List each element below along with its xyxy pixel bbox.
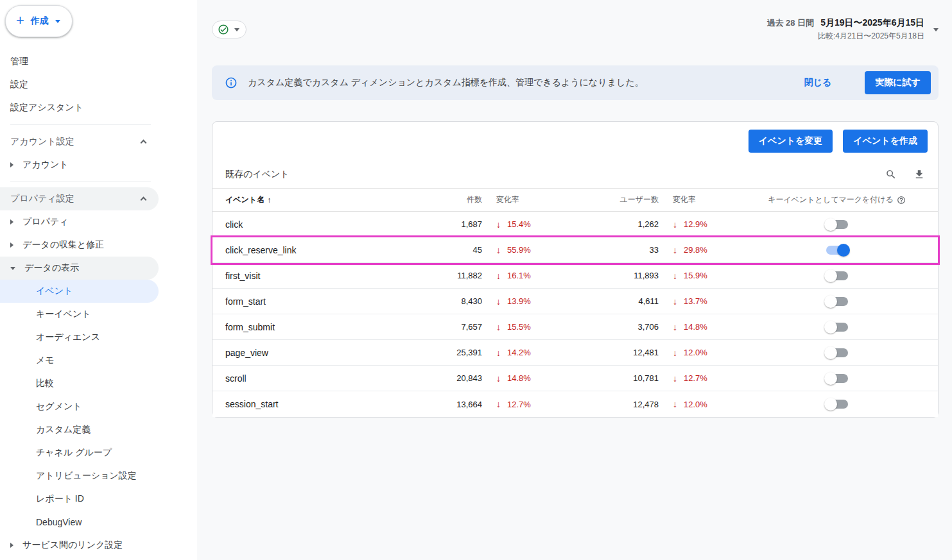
download-icon xyxy=(913,169,925,180)
sidebar-item-key-events[interactable]: キーイベント xyxy=(0,303,159,326)
event-count: 8,430 xyxy=(405,296,482,306)
event-users: 10,781 xyxy=(559,373,659,383)
decrease-arrow-icon: ↓ xyxy=(673,296,677,307)
decrease-arrow-icon: ↓ xyxy=(673,219,677,230)
table-header-row: イベント名 ↑ 件数 変化率 ユーザー数 変化率 キーイベントとしてマークを付け… xyxy=(212,189,938,212)
users-change-value: 29.8% xyxy=(684,245,707,255)
key-event-toggle[interactable] xyxy=(826,323,848,332)
key-event-toggle[interactable] xyxy=(826,220,848,229)
banner-message: カスタム定義でカスタム ディメンションとカスタム指標を作成、管理できるようになり… xyxy=(248,77,794,89)
sidebar-item-events[interactable]: イベント xyxy=(0,280,159,303)
table-row: scroll 20,843 ↓ 14.8% 10,781 ↓ 12.7% xyxy=(212,366,938,391)
sidebar-item-channel-groups[interactable]: チャネル グループ xyxy=(0,441,159,464)
sidebar-item-label: アカウント xyxy=(22,159,69,171)
toggle-thumb xyxy=(824,218,837,231)
decrease-arrow-icon: ↓ xyxy=(496,373,501,384)
sidebar-item-data-collection[interactable]: データの収集と修正 xyxy=(0,233,159,257)
event-users: 3,706 xyxy=(559,322,659,332)
triangle-down-icon xyxy=(10,267,15,270)
info-banner: カスタム定義でカスタム ディメンションとカスタム指標を作成、管理できるようになり… xyxy=(212,65,939,100)
key-event-toggle[interactable] xyxy=(826,297,848,306)
column-header-users[interactable]: ユーザー数 xyxy=(559,194,659,205)
event-count: 25,391 xyxy=(405,348,482,357)
event-count: 20,843 xyxy=(405,373,482,383)
column-header-users-change[interactable]: 変化率 xyxy=(659,194,736,205)
column-header-count[interactable]: 件数 xyxy=(405,194,482,205)
event-name: session_start xyxy=(212,399,405,409)
count-change-value: 15.4% xyxy=(507,219,531,229)
event-name: page_view xyxy=(212,348,405,358)
decrease-arrow-icon: ↓ xyxy=(496,219,501,230)
search-button[interactable] xyxy=(885,169,897,180)
sidebar-item-memos[interactable]: メモ xyxy=(0,349,159,372)
count-change-value: 14.8% xyxy=(507,373,531,383)
event-count: 45 xyxy=(405,245,482,255)
key-event-toggle[interactable] xyxy=(826,400,848,409)
sidebar-item-comparisons[interactable]: 比較 xyxy=(0,372,159,395)
search-icon xyxy=(885,169,897,180)
event-name: first_visit xyxy=(212,271,405,281)
key-event-toggle[interactable] xyxy=(826,374,848,383)
decrease-arrow-icon: ↓ xyxy=(673,245,677,255)
sidebar-item-property[interactable]: プロパティ xyxy=(0,210,159,233)
banner-try-button[interactable]: 実際に試す xyxy=(865,71,931,94)
sidebar-item-custom-definitions[interactable]: カスタム定義 xyxy=(0,418,159,441)
sidebar-item-label: データの収集と修正 xyxy=(22,239,104,251)
toggle-thumb xyxy=(824,372,837,385)
event-users: 12,478 xyxy=(559,400,659,409)
date-range-value: 5月19日〜2025年6月15日 xyxy=(820,17,924,28)
sidebar-item-cross-service-links[interactable]: サービス間のリンク設定 xyxy=(0,534,159,557)
key-event-toggle[interactable] xyxy=(826,271,848,280)
sidebar-item-debugview[interactable]: DebugView xyxy=(0,511,159,534)
users-change-value: 12.7% xyxy=(684,373,707,383)
list-title: 既存のイベント xyxy=(225,169,290,180)
help-icon[interactable] xyxy=(897,196,906,205)
data-quality-chip[interactable] xyxy=(212,21,247,38)
create-button[interactable]: + 作成 xyxy=(5,5,73,37)
column-header-event-name[interactable]: イベント名 ↑ xyxy=(212,194,405,205)
section-header-account-settings[interactable]: アカウント設定 xyxy=(0,130,159,153)
users-change-value: 12.0% xyxy=(684,400,707,409)
modify-event-button[interactable]: イベントを変更 xyxy=(749,130,833,153)
sidebar-item-settings[interactable]: 設定 xyxy=(0,73,159,96)
chevron-down-icon xyxy=(933,28,939,31)
key-event-toggle[interactable] xyxy=(826,348,848,357)
event-users: 11,893 xyxy=(559,271,659,280)
sidebar-item-attribution-settings[interactable]: アトリビューション設定 xyxy=(0,464,159,488)
sidebar-item-setup-assistant[interactable]: 設定アシスタント xyxy=(0,96,159,119)
sidebar-item-data-display[interactable]: データの表示 xyxy=(0,257,159,280)
event-count: 1,687 xyxy=(405,219,482,229)
column-header-key-event[interactable]: キーイベントとしてマークを付ける xyxy=(736,194,938,205)
event-name: form_start xyxy=(212,296,405,307)
table-row: form_start 8,430 ↓ 13.9% 4,611 ↓ 13.7% xyxy=(212,289,938,314)
download-button[interactable] xyxy=(913,169,925,180)
decrease-arrow-icon: ↓ xyxy=(673,399,677,409)
decrease-arrow-icon: ↓ xyxy=(673,348,677,358)
table-row: page_view 25,391 ↓ 14.2% 12,481 ↓ 12.0% xyxy=(212,340,938,366)
section-header-property-settings[interactable]: プロパティ設定 xyxy=(0,187,159,210)
divider xyxy=(10,182,151,182)
sidebar-item-segments[interactable]: セグメント xyxy=(0,395,159,418)
sidebar-item-admin[interactable]: 管理 xyxy=(0,50,159,73)
main-content: 過去 28 日間5月19日〜2025年6月15日 比較:4月21日〜2025年5… xyxy=(197,0,952,560)
comparison-range: 比較:4月21日〜2025年5月18日 xyxy=(766,31,924,42)
divider xyxy=(10,124,151,125)
decrease-arrow-icon: ↓ xyxy=(496,348,501,358)
sidebar-item-report-id[interactable]: レポート ID xyxy=(0,488,159,511)
create-button-label: 作成 xyxy=(31,15,49,27)
chevron-down-icon xyxy=(55,20,60,23)
event-name: scroll xyxy=(212,373,405,384)
sidebar-item-account[interactable]: アカウント xyxy=(0,153,159,176)
sidebar-item-audiences[interactable]: オーディエンス xyxy=(0,326,159,349)
section-header-label: プロパティ設定 xyxy=(10,193,74,205)
create-event-button[interactable]: イベントを作成 xyxy=(843,130,928,153)
check-circle-icon xyxy=(218,24,229,35)
sidebar-nav: 管理 設定 設定アシスタント アカウント設定 アカウント プロパティ設定 プロパ… xyxy=(0,50,197,557)
column-header-count-change[interactable]: 変化率 xyxy=(482,194,559,205)
date-range-selector[interactable]: 過去 28 日間5月19日〜2025年6月15日 比較:4月21日〜2025年5… xyxy=(766,17,939,42)
key-event-toggle[interactable] xyxy=(826,246,848,255)
topbar: 過去 28 日間5月19日〜2025年6月15日 比較:4月21日〜2025年5… xyxy=(212,17,939,42)
banner-close-button[interactable]: 閉じる xyxy=(804,77,832,89)
date-range-text: 過去 28 日間5月19日〜2025年6月15日 比較:4月21日〜2025年5… xyxy=(766,17,924,42)
decrease-arrow-icon: ↓ xyxy=(673,373,677,384)
